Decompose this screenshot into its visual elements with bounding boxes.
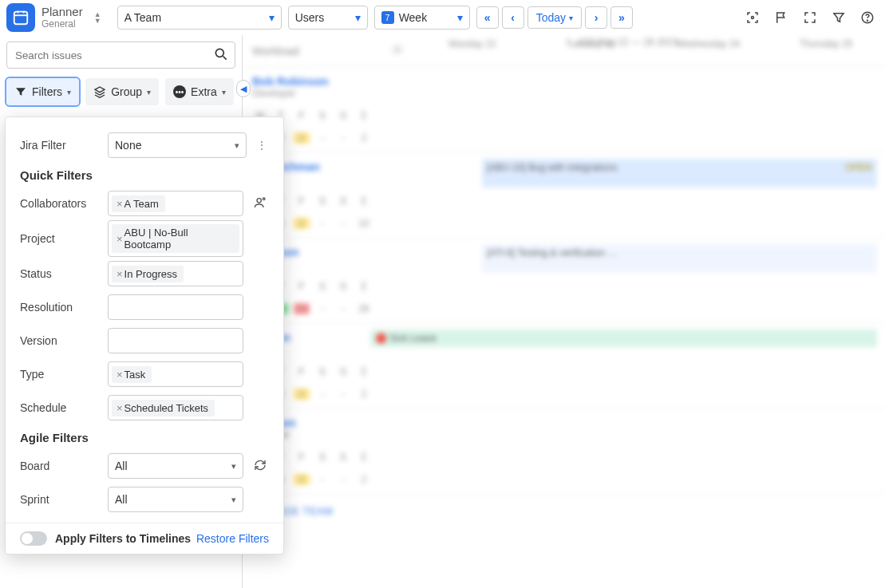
focus-icon[interactable] (741, 6, 764, 29)
jira-filter-label: Jira Filter (20, 139, 100, 152)
chevron-down-icon: ▾ (231, 461, 236, 472)
remove-tag-icon[interactable]: × (117, 402, 123, 414)
issue-chip[interactable]: 🔴 Sick Leave (370, 330, 877, 347)
chevron-down-icon: ▾ (222, 88, 226, 97)
period-dropdown[interactable]: 7 Week ▾ (374, 6, 470, 30)
sprint-label: Sprint (20, 493, 100, 506)
refresh-icon[interactable] (251, 459, 269, 474)
team-dropdown[interactable]: A Team ▾ (117, 6, 282, 30)
svg-point-1 (752, 17, 754, 19)
status-input[interactable]: ×In Progress (108, 261, 243, 286)
app-subtitle: General (41, 19, 83, 30)
gear-icon[interactable] (391, 43, 404, 58)
person-role: Developer (252, 88, 875, 99)
project-input[interactable]: ×ABU | No-Bull Bootcamp (108, 220, 243, 257)
user-icon[interactable] (251, 196, 269, 211)
board-select[interactable]: All ▾ (108, 453, 243, 479)
board-label: Board (20, 460, 100, 472)
chevron-down-icon: ▾ (147, 88, 151, 97)
jira-filter-select[interactable]: None ▾ (108, 132, 247, 158)
kebab-icon[interactable]: ⋮ (255, 139, 269, 152)
resolution-label: Resolution (20, 301, 100, 314)
svg-point-5 (396, 48, 399, 51)
resolution-input[interactable] (108, 294, 243, 320)
svg-point-3 (867, 20, 868, 21)
filter-tag: ×ABU | No-Bull Bootcamp (112, 224, 239, 253)
schedule-label: Schedule (20, 401, 100, 414)
filters-panel: Jira Filter None ▾ ⋮ Quick Filters Colla… (5, 116, 284, 554)
filter-tag: ×Task (112, 366, 152, 383)
chevron-down-icon: ▾ (67, 88, 71, 97)
chevron-down-icon: ▾ (235, 140, 239, 151)
app-switcher[interactable]: ▲▼ (94, 11, 101, 24)
remove-tag-icon[interactable]: × (117, 369, 123, 381)
workload-title: Workload (252, 45, 299, 57)
collaborators-label: Collaborators (20, 197, 100, 210)
quick-filters-heading: Quick Filters (20, 168, 269, 182)
issue-chip[interactable]: [ATI-6] Testing & verification … (482, 244, 877, 273)
workload-main: #22 May 22 — 28 2023 Workload Monday 22 … (243, 35, 885, 588)
filter-tag: ×Scheduled Tickets (112, 400, 215, 416)
remove-tag-icon[interactable]: × (117, 198, 123, 210)
version-input[interactable] (108, 328, 243, 353)
app-logo[interactable] (6, 3, 35, 32)
period-dropdown-label: Week (399, 11, 428, 24)
manage-team-link[interactable]: MANAGE TEAM (252, 505, 875, 517)
version-label: Version (20, 334, 100, 347)
search-icon[interactable] (213, 46, 229, 65)
ellipsis-icon: ••• (173, 85, 186, 98)
chevron-down-icon: ▾ (457, 11, 463, 24)
svg-point-4 (215, 49, 223, 57)
chevron-down-icon: ▾ (269, 11, 275, 24)
sprint-select[interactable]: All ▾ (108, 487, 243, 512)
date-nav: « ‹ Today ▾ › » (476, 6, 633, 29)
svg-point-7 (263, 198, 265, 200)
week-label: #22 May 22 — 28 2023 (579, 37, 678, 48)
search-input[interactable] (6, 41, 235, 69)
filter-tag: ×A Team (112, 195, 165, 212)
nav-next-button[interactable]: › (585, 6, 607, 29)
group-button[interactable]: Group ▾ (85, 78, 159, 105)
remove-tag-icon[interactable]: × (117, 233, 123, 245)
issue-chip[interactable]: OPEN [ABU-10] Bug with integrations (482, 159, 877, 187)
chevron-down-icon: ▾ (231, 495, 236, 505)
chevron-down-icon: ▾ (569, 14, 573, 22)
nav-last-button[interactable]: » (610, 6, 633, 29)
capacity-row: WTFSSΣ (252, 110, 875, 121)
project-label: Project (20, 232, 100, 245)
agile-filters-heading: Agile Filters (20, 431, 269, 444)
flag-icon[interactable] (770, 6, 792, 29)
chevron-down-icon: ▾ (355, 11, 361, 24)
collapse-sidebar-button[interactable]: ◀ (236, 80, 251, 97)
filter-tag: ×In Progress (112, 266, 184, 282)
extra-button[interactable]: ••• Extra ▾ (165, 78, 234, 105)
help-icon[interactable] (856, 6, 879, 29)
today-button[interactable]: Today ▾ (527, 6, 582, 29)
scope-dropdown[interactable]: Users ▾ (288, 6, 368, 30)
svg-point-6 (257, 198, 261, 202)
collaborators-input[interactable]: ×A Team (108, 191, 243, 216)
fullscreen-icon[interactable] (799, 6, 821, 29)
nav-prev-button[interactable]: ‹ (502, 6, 524, 29)
type-input[interactable]: ×Task (108, 361, 243, 387)
calendar-icon: 7 (381, 11, 394, 24)
apply-filters-toggle[interactable] (20, 531, 47, 546)
restore-filters-link[interactable]: Restore Filters (196, 532, 269, 545)
nav-first-button[interactable]: « (476, 6, 499, 29)
app-title: Planner (41, 6, 83, 19)
schedule-input[interactable]: ×Scheduled Tickets (108, 395, 243, 420)
filters-button[interactable]: Filters ▾ (6, 78, 79, 105)
status-label: Status (20, 267, 100, 280)
day-col: Monday 22 (413, 35, 531, 66)
toolbar: Planner General ▲▼ A Team ▾ Users ▾ 7 We… (0, 0, 885, 35)
team-dropdown-label: A Team (124, 11, 161, 24)
apply-filters-label: Apply Filters to Timelines (55, 532, 191, 545)
type-label: Type (20, 368, 100, 381)
remove-tag-icon[interactable]: × (117, 268, 123, 280)
scope-dropdown-label: Users (295, 11, 325, 24)
filter-icon[interactable] (828, 6, 850, 29)
person-name[interactable]: Bob Robinson (252, 75, 875, 88)
svg-rect-0 (14, 12, 28, 25)
day-col: Thursday 25 (767, 35, 885, 66)
